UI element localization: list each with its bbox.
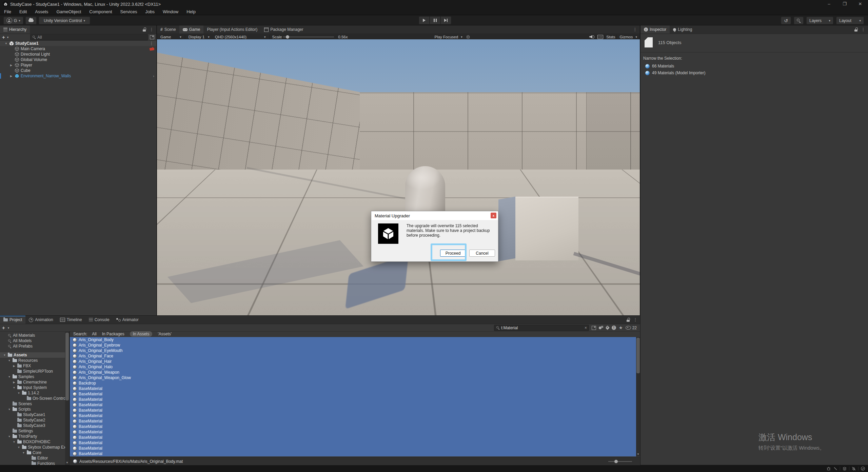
hierarchy-row[interactable]: ▶ Player ⋮ › bbox=[0, 62, 156, 68]
expand-arrow[interactable]: ▼ bbox=[7, 408, 11, 411]
asset-list-item[interactable]: Aris_Original_Body bbox=[70, 337, 636, 342]
asset-list-item[interactable]: Aris_Original_Weapon_Glow bbox=[70, 375, 636, 380]
clear-search-icon[interactable]: × bbox=[585, 326, 587, 330]
asset-list-item[interactable]: BaseMaterial bbox=[70, 386, 636, 391]
folder-tree-row[interactable]: ▼ Resources bbox=[0, 358, 65, 363]
folder-tree-row[interactable]: StudyCase3 bbox=[0, 423, 65, 428]
game-target-dropdown[interactable]: Game▾ bbox=[158, 35, 183, 39]
folder-column-scrollbar[interactable]: ▼ bbox=[65, 331, 69, 465]
hierarchy-row[interactable]: Cube ⋮ › bbox=[0, 68, 156, 73]
display-dropdown[interactable]: Display 1▾ bbox=[186, 35, 212, 39]
asset-list-item[interactable]: BaseMaterial bbox=[70, 451, 636, 456]
folder-tree-row[interactable]: Functions bbox=[0, 461, 65, 465]
folder-tree-row[interactable]: StudyCase2 bbox=[0, 417, 65, 423]
expand-arrow[interactable]: ▼ bbox=[3, 354, 6, 357]
asset-list-item[interactable]: BaseMaterial bbox=[70, 397, 636, 402]
menu-item[interactable]: Edit bbox=[15, 9, 31, 14]
progress-check-icon[interactable] bbox=[861, 466, 865, 471]
pick-window-icon[interactable] bbox=[592, 326, 596, 330]
folder-tree-row[interactable]: ▼ 1.14.2 bbox=[0, 390, 65, 396]
tab-hierarchy[interactable]: Hierarchy bbox=[0, 25, 30, 34]
add-object-button[interactable]: + bbox=[2, 34, 5, 40]
step-button[interactable] bbox=[440, 16, 451, 24]
expand-arrow[interactable]: ▼ bbox=[12, 386, 16, 389]
cancel-button[interactable]: Cancel bbox=[469, 250, 495, 257]
view-tab[interactable]: Player (Input Actions Editor) bbox=[203, 25, 261, 34]
kebab-menu-icon[interactable]: ⋮ bbox=[633, 28, 637, 31]
hierarchy-row[interactable]: Global Volume ⋮ › bbox=[0, 57, 156, 62]
pick-window-icon[interactable] bbox=[150, 35, 154, 39]
tab-inspector[interactable]: i Inspector bbox=[640, 25, 670, 34]
search-button[interactable] bbox=[794, 17, 804, 24]
expand-arrow[interactable]: ▶ bbox=[12, 365, 16, 368]
expand-arrow[interactable]: ▶ bbox=[10, 64, 15, 67]
asset-list-item[interactable]: Aris_Original_Eyebrow bbox=[70, 342, 636, 348]
create-asset-button[interactable]: + bbox=[2, 325, 5, 331]
hierarchy-row[interactable]: Main Camera ⋮ › bbox=[0, 46, 156, 52]
folder-tree-row[interactable]: StudyCase1 bbox=[0, 412, 65, 417]
expand-arrow[interactable]: ▶ bbox=[10, 75, 15, 78]
menu-item[interactable]: Help bbox=[182, 9, 200, 14]
asset-list-item[interactable]: BaseMaterial bbox=[70, 413, 636, 418]
menu-item[interactable]: Assets bbox=[31, 9, 52, 14]
tab-lighting[interactable]: Lighting bbox=[670, 25, 695, 34]
bottom-tab[interactable]: Console bbox=[85, 316, 113, 324]
scroll-down-arrow[interactable]: ▼ bbox=[636, 453, 640, 456]
folder-tree-row[interactable]: ▶ FBX bbox=[0, 363, 65, 369]
asset-list-item[interactable]: BaseMaterial bbox=[70, 429, 636, 435]
bottom-tab[interactable]: Animation bbox=[25, 316, 56, 324]
scroll-down-arrow[interactable]: ▼ bbox=[65, 461, 69, 464]
asset-list-item[interactable]: BaseMaterial bbox=[70, 424, 636, 429]
menu-item[interactable]: Services bbox=[116, 9, 141, 14]
kebab-menu-icon[interactable]: ⋮ bbox=[150, 41, 154, 46]
asset-list-item[interactable]: BaseMaterial bbox=[70, 418, 636, 424]
game-3d-viewport[interactable] bbox=[157, 39, 640, 315]
asset-list-item[interactable]: Aris_Original_Halo bbox=[70, 364, 636, 370]
folder-tree-row[interactable]: ▼ Skybox Cubemap Ext bbox=[0, 445, 65, 450]
favorite-item[interactable]: All Materials bbox=[0, 333, 65, 338]
search-by-type-icon[interactable] bbox=[599, 326, 603, 330]
expand-arrow[interactable]: ▼ bbox=[17, 446, 21, 449]
lock-icon[interactable] bbox=[626, 318, 630, 322]
bottom-tab[interactable]: Project bbox=[0, 316, 25, 324]
menu-item[interactable]: Component bbox=[85, 9, 116, 14]
gizmos-dropdown[interactable]: Gizmos▾ bbox=[618, 35, 638, 39]
cache-server-icon[interactable] bbox=[842, 466, 847, 471]
asset-list-item[interactable]: Backdrop bbox=[70, 380, 636, 386]
asset-list-item[interactable]: Aris_Original_Hair bbox=[70, 359, 636, 364]
undo-history-button[interactable]: ↺ bbox=[781, 17, 791, 24]
cloud-button[interactable] bbox=[25, 17, 37, 24]
lock-icon[interactable] bbox=[142, 27, 146, 32]
folder-tree-row[interactable]: ▼ Samples bbox=[0, 374, 65, 379]
restore-button[interactable]: ❐ bbox=[837, 0, 852, 8]
asset-list-item[interactable]: BaseMaterial bbox=[70, 391, 636, 397]
slider-knob[interactable] bbox=[614, 460, 618, 463]
results-scrollbar[interactable]: ▼ bbox=[636, 337, 640, 456]
expand-arrow[interactable]: ▶ bbox=[12, 381, 16, 384]
debugger-muted-icon[interactable] bbox=[826, 466, 831, 471]
chevron-down-icon[interactable]: ▾ bbox=[7, 36, 9, 39]
close-button[interactable]: ✕ bbox=[852, 0, 868, 8]
chevron-down-icon[interactable]: ▾ bbox=[8, 326, 9, 330]
search-scope-option[interactable]: All bbox=[92, 332, 96, 336]
asset-list-item[interactable]: BaseMaterial bbox=[70, 446, 636, 451]
bottom-tab[interactable]: Timeline bbox=[57, 316, 85, 324]
hierarchy-search-input[interactable]: All bbox=[30, 34, 148, 40]
minimize-button[interactable]: – bbox=[821, 0, 837, 8]
favorite-item[interactable]: All Models bbox=[0, 338, 65, 343]
play-button[interactable] bbox=[419, 16, 430, 24]
hidden-count-toggle[interactable]: 22 bbox=[626, 326, 637, 330]
scale-slider-knob[interactable] bbox=[286, 35, 289, 39]
lock-icon[interactable] bbox=[854, 27, 858, 32]
search-scope-option[interactable]: 'Assets' bbox=[158, 332, 172, 336]
play-focused-dropdown[interactable]: Play Focused▾ bbox=[432, 35, 464, 39]
folder-tree-row[interactable]: ▼ Input System bbox=[0, 385, 65, 390]
account-dropdown[interactable]: G ▾ bbox=[3, 17, 23, 24]
menu-item[interactable]: Window bbox=[159, 9, 182, 14]
expand-arrow[interactable]: ▼ bbox=[7, 375, 11, 378]
scale-slider[interactable] bbox=[283, 35, 334, 39]
folder-tree-row[interactable]: Scenes bbox=[0, 401, 65, 407]
layers-dropdown[interactable]: Layers▾ bbox=[806, 17, 833, 24]
asset-list-item[interactable]: Aris_Original_EyeMouth bbox=[70, 348, 636, 353]
view-tab[interactable]: # Scene bbox=[157, 25, 179, 34]
